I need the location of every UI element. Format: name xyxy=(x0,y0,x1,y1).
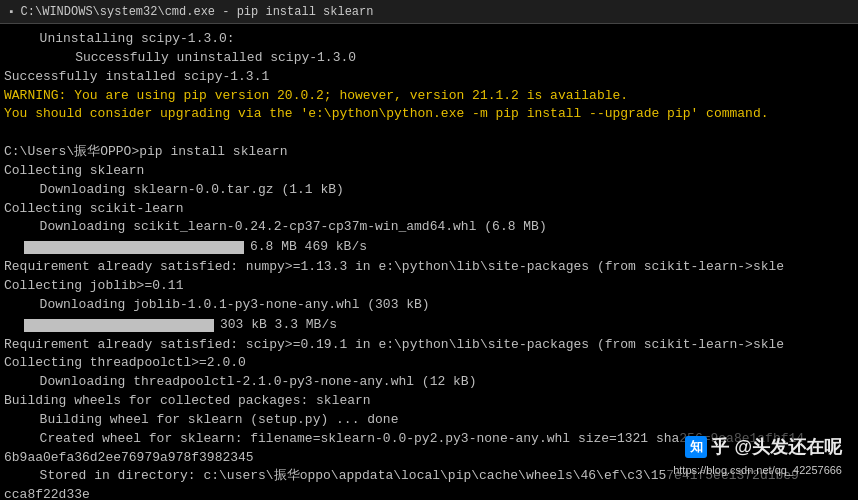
terminal-line: Requirement already satisfied: scipy>=0.… xyxy=(4,336,854,355)
terminal-line-prompt: C:\Users\振华OPPO>pip install sklearn xyxy=(4,143,854,162)
terminal-line: Downloading scikit_learn-0.24.2-cp37-cp3… xyxy=(4,218,854,237)
watermark-main: 知 乎 @头发还在呢 xyxy=(679,432,848,462)
terminal-line: cca8f22d33e xyxy=(4,486,854,500)
terminal-line-warning: WARNING: You are using pip version 20.0.… xyxy=(4,87,854,106)
terminal-progress-2: 303 kB 3.3 MB/s xyxy=(4,316,854,335)
terminal-line: Downloading sklearn-0.0.tar.gz (1.1 kB) xyxy=(4,181,854,200)
watermark: 知 乎 @头发还在呢 https://blog.csdn.net/qq_4225… xyxy=(667,432,848,480)
zhihu-logo: 知 xyxy=(685,436,707,458)
terminal-line: Building wheels for collected packages: … xyxy=(4,392,854,411)
terminal-line: Collecting threadpoolctl>=2.0.0 xyxy=(4,354,854,373)
terminal-line: Successfully uninstalled scipy-1.3.0 xyxy=(4,49,854,68)
terminal-line: Collecting sklearn xyxy=(4,162,854,181)
terminal-line: Collecting joblib>=0.11 xyxy=(4,277,854,296)
terminal-line: Collecting scikit-learn xyxy=(4,200,854,219)
terminal-line: Downloading joblib-1.0.1-py3-none-any.wh… xyxy=(4,296,854,315)
terminal-line: Downloading threadpoolctl-2.1.0-py3-none… xyxy=(4,373,854,392)
terminal-line: Successfully installed scipy-1.3.1 xyxy=(4,68,854,87)
terminal-line-blank xyxy=(4,124,854,143)
terminal-line: Uninstalling scipy-1.3.0: xyxy=(4,30,854,49)
title-bar: ▪ C:\WINDOWS\system32\cmd.exe - pip inst… xyxy=(0,0,858,24)
watermark-text: 乎 @头发还在呢 xyxy=(711,434,842,460)
terminal-line-warning2: You should consider upgrading via the 'e… xyxy=(4,105,854,124)
cmd-icon: ▪ xyxy=(8,6,15,18)
watermark-sub: https://blog.csdn.net/qq_42257666 xyxy=(667,462,848,480)
terminal-progress-1: 6.8 MB 469 kB/s xyxy=(4,238,854,257)
terminal-window: Uninstalling scipy-1.3.0: Successfully u… xyxy=(0,24,858,500)
terminal-line: Requirement already satisfied: numpy>=1.… xyxy=(4,258,854,277)
title-text: C:\WINDOWS\system32\cmd.exe - pip instal… xyxy=(21,5,374,19)
terminal-line: Building wheel for sklearn (setup.py) ..… xyxy=(4,411,854,430)
